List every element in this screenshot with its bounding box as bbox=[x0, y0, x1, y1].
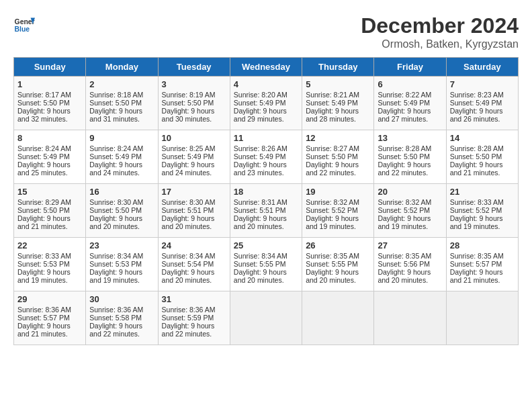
daylight-text: Daylight: 9 hours and 19 minutes. bbox=[450, 214, 503, 230]
calendar-cell: 28Sunrise: 8:35 AMSunset: 5:57 PMDayligh… bbox=[446, 238, 518, 291]
daylight-text: Daylight: 9 hours and 21 minutes. bbox=[17, 322, 71, 338]
day-number: 23 bbox=[89, 240, 154, 250]
sunset-text: Sunset: 5:50 PM bbox=[162, 99, 214, 107]
svg-text:Blue: Blue bbox=[15, 26, 30, 33]
daylight-text: Daylight: 9 hours and 27 minutes. bbox=[378, 107, 431, 123]
col-saturday: Saturday bbox=[446, 58, 518, 77]
calendar-cell: 23Sunrise: 8:34 AMSunset: 5:53 PMDayligh… bbox=[86, 238, 158, 291]
calendar-cell: 3Sunrise: 8:19 AMSunset: 5:50 PMDaylight… bbox=[158, 77, 230, 130]
calendar-cell: 18Sunrise: 8:31 AMSunset: 5:51 PMDayligh… bbox=[230, 184, 302, 238]
sunrise-text: Sunrise: 8:35 AM bbox=[378, 252, 431, 260]
sunset-text: Sunset: 5:50 PM bbox=[89, 206, 142, 214]
sunrise-text: Sunrise: 8:28 AM bbox=[378, 144, 431, 152]
sunset-text: Sunset: 5:52 PM bbox=[450, 206, 502, 214]
sunrise-text: Sunrise: 8:28 AM bbox=[450, 144, 504, 152]
sunset-text: Sunset: 5:50 PM bbox=[306, 152, 358, 161]
sunrise-text: Sunrise: 8:27 AM bbox=[306, 144, 359, 152]
table-row: 22Sunrise: 8:33 AMSunset: 5:53 PMDayligh… bbox=[14, 238, 519, 291]
day-number: 21 bbox=[450, 187, 515, 197]
sunset-text: Sunset: 5:49 PM bbox=[162, 152, 214, 161]
sunrise-text: Sunrise: 8:19 AM bbox=[162, 91, 216, 99]
daylight-text: Daylight: 9 hours and 20 minutes. bbox=[162, 214, 215, 230]
table-row: 15Sunrise: 8:29 AMSunset: 5:50 PMDayligh… bbox=[14, 184, 519, 238]
daylight-text: Daylight: 9 hours and 20 minutes. bbox=[89, 214, 142, 230]
logo: General Blue bbox=[13, 13, 35, 35]
sunset-text: Sunset: 5:57 PM bbox=[17, 314, 70, 322]
daylight-text: Daylight: 9 hours and 22 minutes. bbox=[378, 161, 431, 177]
sunrise-text: Sunrise: 8:34 AM bbox=[162, 252, 216, 260]
calendar-cell: 10Sunrise: 8:25 AMSunset: 5:49 PMDayligh… bbox=[158, 130, 230, 184]
calendar-table: Sunday Monday Tuesday Wednesday Thursday… bbox=[13, 57, 519, 345]
daylight-text: Daylight: 9 hours and 29 minutes. bbox=[234, 107, 287, 123]
sunrise-text: Sunrise: 8:33 AM bbox=[17, 252, 71, 260]
calendar-cell: 22Sunrise: 8:33 AMSunset: 5:53 PMDayligh… bbox=[14, 238, 86, 291]
sunrise-text: Sunrise: 8:21 AM bbox=[306, 91, 359, 99]
table-row: 1Sunrise: 8:17 AMSunset: 5:50 PMDaylight… bbox=[14, 77, 519, 130]
location-subtitle: Ormosh, Batken, Kyrgyzstan bbox=[361, 38, 519, 50]
sunset-text: Sunset: 5:54 PM bbox=[162, 260, 214, 268]
sunrise-text: Sunrise: 8:23 AM bbox=[450, 91, 504, 99]
sunrise-text: Sunrise: 8:22 AM bbox=[378, 91, 431, 99]
sunrise-text: Sunrise: 8:24 AM bbox=[17, 144, 71, 152]
calendar-cell: 25Sunrise: 8:34 AMSunset: 5:55 PMDayligh… bbox=[230, 238, 302, 291]
calendar-cell: 2Sunrise: 8:18 AMSunset: 5:50 PMDaylight… bbox=[86, 77, 158, 130]
calendar-cell bbox=[302, 291, 374, 345]
sunrise-text: Sunrise: 8:26 AM bbox=[234, 144, 287, 152]
col-sunday: Sunday bbox=[14, 58, 86, 77]
daylight-text: Daylight: 9 hours and 22 minutes. bbox=[306, 161, 359, 177]
daylight-text: Daylight: 9 hours and 28 minutes. bbox=[306, 107, 359, 123]
sunset-text: Sunset: 5:55 PM bbox=[306, 260, 358, 268]
daylight-text: Daylight: 9 hours and 19 minutes. bbox=[17, 268, 71, 284]
day-number: 2 bbox=[89, 79, 154, 89]
sunrise-text: Sunrise: 8:20 AM bbox=[234, 91, 287, 99]
sunrise-text: Sunrise: 8:35 AM bbox=[306, 252, 359, 260]
day-number: 22 bbox=[17, 240, 82, 250]
calendar-cell: 29Sunrise: 8:36 AMSunset: 5:57 PMDayligh… bbox=[14, 291, 86, 345]
calendar-cell: 11Sunrise: 8:26 AMSunset: 5:49 PMDayligh… bbox=[230, 130, 302, 184]
day-number: 8 bbox=[17, 133, 82, 143]
sunrise-text: Sunrise: 8:30 AM bbox=[162, 198, 216, 206]
sunset-text: Sunset: 5:51 PM bbox=[162, 206, 214, 214]
sunrise-text: Sunrise: 8:30 AM bbox=[89, 198, 143, 206]
calendar-cell bbox=[374, 291, 446, 345]
daylight-text: Daylight: 9 hours and 22 minutes. bbox=[89, 322, 142, 338]
sunset-text: Sunset: 5:59 PM bbox=[162, 314, 214, 322]
sunset-text: Sunset: 5:52 PM bbox=[306, 206, 358, 214]
sunset-text: Sunset: 5:49 PM bbox=[89, 152, 142, 161]
sunrise-text: Sunrise: 8:32 AM bbox=[378, 198, 431, 206]
day-number: 20 bbox=[378, 187, 442, 197]
page-header: General Blue December 2024 Ormosh, Batke… bbox=[13, 13, 519, 50]
day-number: 4 bbox=[234, 79, 298, 89]
calendar-cell: 21Sunrise: 8:33 AMSunset: 5:52 PMDayligh… bbox=[446, 184, 518, 238]
daylight-text: Daylight: 9 hours and 20 minutes. bbox=[378, 268, 431, 284]
calendar-cell: 5Sunrise: 8:21 AMSunset: 5:49 PMDaylight… bbox=[302, 77, 374, 130]
day-number: 3 bbox=[162, 79, 226, 89]
day-number: 1 bbox=[17, 79, 82, 89]
sunset-text: Sunset: 5:50 PM bbox=[17, 99, 70, 107]
day-number: 18 bbox=[234, 187, 298, 197]
sunrise-text: Sunrise: 8:29 AM bbox=[17, 198, 71, 206]
sunset-text: Sunset: 5:49 PM bbox=[306, 99, 358, 107]
daylight-text: Daylight: 9 hours and 24 minutes. bbox=[162, 161, 215, 177]
sunrise-text: Sunrise: 8:32 AM bbox=[306, 198, 359, 206]
daylight-text: Daylight: 9 hours and 32 minutes. bbox=[17, 107, 71, 123]
daylight-text: Daylight: 9 hours and 20 minutes. bbox=[306, 268, 359, 284]
calendar-cell: 15Sunrise: 8:29 AMSunset: 5:50 PMDayligh… bbox=[14, 184, 86, 238]
daylight-text: Daylight: 9 hours and 22 minutes. bbox=[162, 322, 215, 338]
calendar-cell bbox=[230, 291, 302, 345]
calendar-cell: 31Sunrise: 8:36 AMSunset: 5:59 PMDayligh… bbox=[158, 291, 230, 345]
sunset-text: Sunset: 5:56 PM bbox=[378, 260, 430, 268]
day-number: 15 bbox=[17, 187, 82, 197]
calendar-cell: 20Sunrise: 8:32 AMSunset: 5:52 PMDayligh… bbox=[374, 184, 446, 238]
day-number: 16 bbox=[89, 187, 154, 197]
day-number: 28 bbox=[450, 240, 515, 250]
day-number: 11 bbox=[234, 133, 298, 143]
day-number: 7 bbox=[450, 79, 515, 89]
col-tuesday: Tuesday bbox=[158, 58, 230, 77]
sunrise-text: Sunrise: 8:34 AM bbox=[234, 252, 287, 260]
daylight-text: Daylight: 9 hours and 20 minutes. bbox=[234, 214, 287, 230]
day-number: 26 bbox=[306, 240, 370, 250]
day-number: 29 bbox=[17, 294, 82, 304]
daylight-text: Daylight: 9 hours and 24 minutes. bbox=[89, 161, 142, 177]
table-row: 29Sunrise: 8:36 AMSunset: 5:57 PMDayligh… bbox=[14, 291, 519, 345]
